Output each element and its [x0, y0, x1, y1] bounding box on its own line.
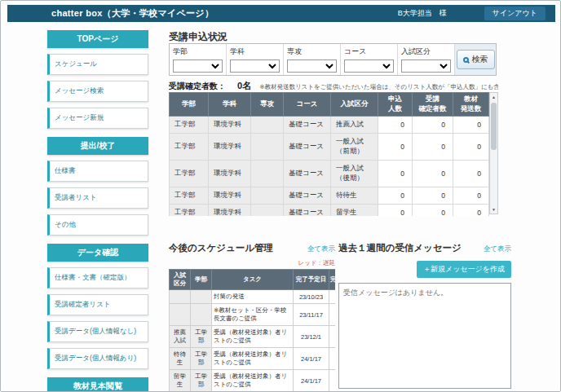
table-cell: 封筒の発送 — [212, 290, 294, 304]
messages-panel: 過去１週間の受信メッセージ 全て表示 ＋新規メッセージを作成 受信メッセージはあ… — [338, 242, 511, 389]
filter-major: 専攻 — [284, 44, 341, 75]
messages-view-all-link[interactable]: 全て表示 — [484, 244, 511, 254]
messages-button-row: ＋新規メッセージを作成 — [338, 260, 511, 278]
plus-icon: ＋ — [423, 265, 431, 273]
filter-subject-select[interactable] — [230, 59, 280, 73]
filter-panel: 学部 学科 専攻 コース 入試区分 検索 — [169, 43, 497, 76]
table-cell: 工学部 — [170, 187, 209, 205]
filter-department-label: 学部 — [173, 46, 223, 57]
table-cell: 基礎コース — [284, 187, 331, 205]
filter-subject: 学科 — [227, 44, 284, 75]
table-row: 封筒の発送23/10/23 — [170, 290, 336, 304]
search-icon — [463, 57, 469, 63]
table-cell: 23/11/17 — [294, 304, 329, 326]
scroll-down-icon[interactable]: ▼ — [490, 205, 497, 214]
table-cell — [329, 326, 336, 348]
table-cell — [251, 134, 284, 161]
table-row: 工学部環境学科基礎コース留学生000 — [170, 205, 489, 217]
column-header: コース — [284, 93, 331, 117]
table-cell — [329, 290, 336, 304]
scroll-thumb[interactable] — [491, 103, 497, 150]
sidebar-item-spec[interactable]: 仕様書 — [47, 161, 148, 182]
filter-major-label: 専攻 — [287, 46, 337, 57]
sidebar-header-submit[interactable]: 提出/校了 — [47, 137, 148, 155]
column-header: 教材 発送数 — [453, 93, 489, 117]
table-header-row: 学部学科専攻コース入試区分申込 人数受講 確定者数教材 発送数 — [170, 93, 489, 117]
filter-admission-select[interactable] — [401, 59, 451, 73]
table-scrollbar[interactable]: ▲ ▼ — [489, 92, 498, 214]
sidebar-item-data-no-personal[interactable]: 受講データ(個人情報なし) — [47, 321, 148, 342]
table-cell: 0 — [453, 117, 489, 134]
table-row: 工学部環境学科基礎コース特待生000 — [170, 187, 489, 205]
table-row: 工学部環境学科基礎コース一般入試 （後期）000 — [170, 161, 489, 187]
schedule-view-all-link[interactable]: 全て表示 — [307, 244, 335, 254]
table-cell: ※教材セット・区分・学校長文書のご提供 — [212, 304, 294, 326]
table-cell: 一般入試 （後期） — [331, 161, 378, 187]
scroll-up-icon[interactable]: ▲ — [490, 93, 497, 101]
table-cell: 0 — [378, 161, 413, 187]
application-table-wrap: 学部学科専攻コース入試区分申込 人数受講 確定者数教材 発送数 工学部環境学科基… — [169, 92, 498, 216]
table-cell: 基礎コース — [284, 134, 331, 161]
table-cell: 基礎コース — [284, 161, 331, 187]
column-header: 完了予定日 — [294, 270, 329, 290]
filter-major-select[interactable] — [287, 59, 337, 73]
messages-title-row: 過去１週間の受信メッセージ 全て表示 — [338, 242, 511, 254]
table-cell: 環境学科 — [209, 134, 251, 161]
table-row: 留学生工学部受講（教材発送対象）者リストのご提供24/1/17 — [170, 370, 336, 392]
app-header: chatter box（大学・学校マイページ） B大学担当 様 サインアウト — [7, 5, 555, 22]
table-cell: 0 — [453, 134, 489, 161]
new-message-label: 新規メッセージを作成 — [431, 265, 505, 273]
table-cell: 受講（教材発送対象）者リストのご提供 — [212, 326, 294, 348]
sidebar-header-sample-view[interactable]: 教材見本閲覧 — [47, 377, 148, 392]
table-cell: 特待生 — [331, 187, 378, 205]
table-row: 推薦入試工学部受講（教材発送対象）者リストのご提供23/12/1 — [170, 326, 336, 348]
table-cell — [251, 117, 284, 134]
new-message-button[interactable]: ＋新規メッセージを作成 — [417, 261, 511, 278]
table-cell: 0 — [453, 187, 489, 205]
table-cell — [329, 370, 336, 392]
table-cell: 0 — [378, 187, 413, 205]
table-cell — [329, 348, 336, 370]
table-cell: 環境学科 — [209, 117, 251, 134]
table-cell: 0 — [413, 205, 453, 217]
sidebar-item-message-new[interactable]: メッセージ新規 — [47, 108, 148, 129]
table-row: 工学部環境学科基礎コース一般入試 （前期）000 — [170, 134, 489, 161]
table-cell: 23/10/23 — [294, 290, 329, 304]
no-messages-text: 受信メッセージはありません。 — [343, 288, 448, 297]
sidebar-item-confirmed-list[interactable]: 受講確定者リスト — [47, 294, 148, 315]
table-cell: 留学生 — [170, 370, 191, 392]
search-label: 検索 — [472, 54, 488, 65]
table-cell — [191, 304, 212, 326]
table-cell: 基礎コース — [284, 205, 331, 217]
search-button[interactable]: 検索 — [457, 50, 495, 69]
sidebar-item-attendee-list[interactable]: 受講者リスト — [47, 187, 148, 209]
sidebar-item-spec-final[interactable]: 仕様書・文書（確定版） — [47, 267, 148, 288]
table-cell: 工学部 — [191, 326, 212, 348]
sidebar-item-schedule[interactable]: スケジュール — [47, 54, 148, 75]
table-cell: 受講（教材発送対象）者リストのご提供 — [212, 370, 294, 392]
table-cell: 0 — [413, 187, 453, 205]
column-header: 入試 区分 — [170, 270, 191, 290]
table-cell: 受講（教材発送対象）者リストのご提供 — [212, 348, 294, 370]
table-row: 工学部環境学科基礎コース推薦入試000 — [170, 117, 489, 134]
filter-admission: 入試区分 — [398, 44, 455, 75]
filter-subject-label: 学科 — [230, 46, 280, 57]
table-cell — [251, 205, 284, 217]
table-cell: 0 — [413, 161, 453, 187]
sidebar-item-data-personal[interactable]: 受講データ(個人情報あり) — [47, 348, 148, 369]
message-list-box[interactable]: 受信メッセージはありません。 — [338, 283, 511, 389]
table-row: ※教材セット・区分・学校長文書のご提供23/11/17 — [170, 304, 336, 326]
filter-course: コース — [341, 44, 398, 75]
filter-department-select[interactable] — [173, 59, 223, 73]
column-header: 学部 — [191, 270, 212, 290]
sidebar-item-message-search[interactable]: メッセージ検索 — [47, 81, 148, 102]
column-header: 専攻 — [251, 93, 284, 117]
sidebar-item-other[interactable]: その他 — [47, 214, 148, 236]
sidebar-header-data-check[interactable]: データ確認 — [47, 244, 148, 262]
table-cell: 環境学科 — [209, 161, 251, 187]
schedule-table: 入試 区分学部タスク完了予定日完了 封筒の発送23/10/23※教材セット・区分… — [169, 269, 335, 392]
sidebar-header-top-page[interactable]: TOPページ — [47, 30, 148, 48]
signout-button[interactable]: サインアウト — [484, 7, 546, 20]
filter-course-select[interactable] — [344, 59, 394, 73]
table-header-row: 入試 区分学部タスク完了予定日完了 — [170, 270, 336, 290]
